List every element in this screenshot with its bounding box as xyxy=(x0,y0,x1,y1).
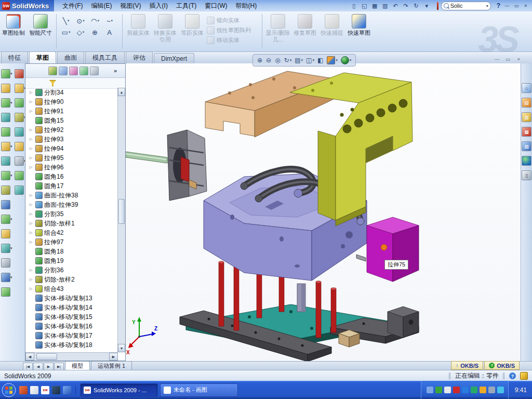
feature-tool-button[interactable] xyxy=(0,256,14,270)
flyout-caret-icon[interactable]: ▾ xyxy=(83,30,85,34)
expand-arrow-icon[interactable]: ▷ xyxy=(30,90,34,95)
tree-item[interactable]: ▷ 曲面-拉伸39 xyxy=(25,200,118,209)
expand-arrow-icon[interactable]: ▷ xyxy=(30,137,34,141)
ribbon-tab[interactable]: 评估 xyxy=(126,51,153,63)
feature-tool-button[interactable] xyxy=(0,285,14,299)
feature-tool-button[interactable]: ▾ xyxy=(0,96,14,110)
model-stop-block[interactable] xyxy=(339,330,360,347)
display-manager-tab-icon[interactable] xyxy=(90,66,99,75)
tree-item[interactable]: 圆角16 xyxy=(25,172,118,181)
document-tab[interactable]: 模型 xyxy=(65,361,90,370)
quick-launch-icon[interactable] xyxy=(63,386,71,394)
menu-item[interactable]: 窗口(W) xyxy=(201,0,231,12)
model-support-post[interactable] xyxy=(297,284,305,312)
quick-launch-icon[interactable]: sw xyxy=(41,386,49,394)
tree-item[interactable]: ▷ 分割34 xyxy=(25,88,118,97)
tree-item[interactable]: ▷ 分割35 xyxy=(25,209,118,219)
task-pane-tab-icon[interactable]: ▦ xyxy=(522,127,531,137)
filter-icon[interactable] xyxy=(49,80,56,86)
task-pane-tab-icon[interactable] xyxy=(522,156,531,166)
tree-item[interactable]: ▷ 分割36 xyxy=(25,265,118,275)
flyout-caret-icon[interactable]: ▾ xyxy=(68,19,70,23)
flyout-caret-icon[interactable]: ▾ xyxy=(290,58,292,62)
model-top-plate[interactable] xyxy=(205,71,337,137)
toolbar-button[interactable]: 剪裁实体 xyxy=(125,13,152,44)
tree-item[interactable]: ▷ 组合43 xyxy=(25,284,118,294)
menu-item[interactable]: 工具(T) xyxy=(172,0,201,12)
sketch-entity-button[interactable]: ◠ ▾ xyxy=(88,15,102,26)
model-slider-clamp[interactable] xyxy=(167,130,207,201)
toolbar-button[interactable]: 等距实体 xyxy=(179,13,206,44)
standard-toolbar-icon[interactable]: ↷ xyxy=(402,2,410,10)
feature-tool-button[interactable]: ▾ xyxy=(0,241,14,256)
view-tool-button[interactable]: ▤ ▾ xyxy=(294,56,304,64)
tree-item[interactable]: ▷ 拉伸92 xyxy=(25,125,118,135)
toolbar-button[interactable]: 草图绘制 xyxy=(0,13,27,37)
property-manager-tab-icon[interactable] xyxy=(59,66,68,75)
window-control-icon[interactable]: × xyxy=(522,2,530,9)
toolbar-stack-button[interactable]: 线性草图阵列 xyxy=(206,26,260,35)
window-control-icon[interactable]: ▭ xyxy=(512,2,521,9)
toolbar-button[interactable]: 快速草图 xyxy=(345,13,373,44)
model-view[interactable]: Y X Z xyxy=(126,63,521,361)
task-pane-tab-icon[interactable]: ▯ xyxy=(522,170,531,180)
flyout-caret-icon[interactable]: ▾ xyxy=(312,58,314,62)
toolbar-stack-button[interactable]: 移动实体 xyxy=(206,36,260,45)
expand-arrow-icon[interactable]: ▷ xyxy=(30,100,34,104)
tray-icon[interactable] xyxy=(471,387,477,393)
tray-icon[interactable] xyxy=(480,387,486,393)
flyout-caret-icon[interactable]: ▾ xyxy=(336,58,338,62)
expand-arrow-icon[interactable]: ▷ xyxy=(30,203,34,207)
document-window-control-icon[interactable]: — xyxy=(493,55,501,63)
scroll-down-icon[interactable]: ▼ xyxy=(118,344,125,352)
view-tool-button[interactable]: ◫ ▾ xyxy=(305,56,315,64)
expand-arrow-icon[interactable]: ▷ xyxy=(30,193,34,197)
tray-icon[interactable] xyxy=(462,387,469,393)
document-tab[interactable]: 运动算例 1 xyxy=(91,361,132,370)
question-icon[interactable]: ? xyxy=(489,363,495,368)
view-tool-button[interactable]: ⊕ xyxy=(256,56,264,64)
menu-item[interactable]: 文件(F) xyxy=(58,0,87,12)
quick-launch-icon[interactable] xyxy=(19,386,28,394)
tree-item[interactable]: ▷ 曲面-拉伸38 xyxy=(25,191,118,200)
tray-icon[interactable] xyxy=(453,387,460,393)
sketch-entity-button[interactable]: ╲ ▾ xyxy=(59,15,73,26)
model-corner-block[interactable] xyxy=(388,307,419,338)
feature-tool-button[interactable]: ▾ xyxy=(0,212,14,227)
tree-item[interactable]: 实体-移动/复制14 xyxy=(25,303,118,312)
standard-toolbar-icon[interactable]: ▯ xyxy=(350,2,358,10)
sketch-entity-button[interactable]: ~ ▾ xyxy=(102,15,117,26)
scrollbar-thumb[interactable] xyxy=(36,353,57,360)
help-button[interactable]: ? xyxy=(494,2,503,9)
view-tool-button[interactable]: ▾ xyxy=(326,56,339,65)
expand-arrow-icon[interactable]: ▷ xyxy=(30,212,34,216)
search-input[interactable]: Solic xyxy=(450,3,485,9)
flyout-caret-icon[interactable]: ▾ xyxy=(301,58,303,62)
task-pane-tab-icon[interactable]: ▤ xyxy=(522,98,531,108)
tree-item[interactable]: 实体-移动/复制13 xyxy=(25,294,118,303)
expand-arrow-icon[interactable]: ▷ xyxy=(30,165,34,169)
status-flag-icon[interactable] xyxy=(520,372,528,380)
tray-icon[interactable] xyxy=(497,387,504,393)
tree-item[interactable]: ▷ 拉伸95 xyxy=(25,153,118,163)
tree-vertical-scrollbar[interactable]: ▲ ▼ xyxy=(117,88,125,352)
sketch-entity-button[interactable]: ▭ ▾ xyxy=(59,26,73,38)
ribbon-tab[interactable]: 曲面 xyxy=(57,51,84,63)
sketch-entity-button[interactable]: ⊙ ▾ xyxy=(73,15,88,26)
tab-nav-icon[interactable]: ◀ xyxy=(33,363,43,370)
tray-icon[interactable] xyxy=(435,387,442,393)
expand-arrow-icon[interactable]: ▷ xyxy=(30,147,34,151)
standard-toolbar-icon[interactable]: ↻ xyxy=(412,2,421,10)
ribbon-tab[interactable]: DimXpert xyxy=(154,53,194,63)
feature-tool-button[interactable] xyxy=(0,110,14,125)
quick-launch-icon[interactable] xyxy=(52,386,60,394)
flyout-caret-icon[interactable]: ▾ xyxy=(111,19,113,23)
document-window-control-icon[interactable]: ▭ xyxy=(503,55,512,63)
tab-nav-icon[interactable]: ▶ xyxy=(44,363,54,370)
scroll-right-icon[interactable]: ▶ xyxy=(109,353,118,361)
toolbar-button[interactable]: 转换实体引用 xyxy=(152,13,179,44)
feature-tool-button[interactable]: ▾ xyxy=(0,139,14,154)
feature-tool-button[interactable]: ▾ xyxy=(0,168,14,183)
view-tool-button[interactable]: ⊖ xyxy=(265,56,273,64)
tab-nav-icon[interactable]: |◀ xyxy=(23,363,33,370)
